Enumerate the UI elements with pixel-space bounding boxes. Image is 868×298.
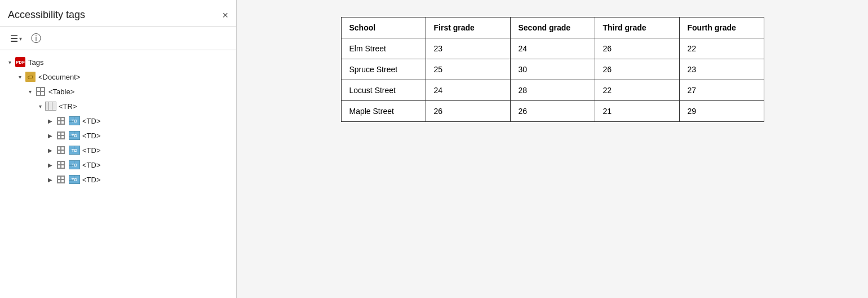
td-grid-icon-5 (55, 174, 67, 185)
panel-title: Accessibility tags (8, 9, 85, 21)
table-icon (35, 86, 46, 97)
cell-2-0: Locust Street (341, 80, 426, 101)
toggle-tags[interactable]: ▾ (5, 57, 15, 67)
tags-label: Tags (28, 58, 43, 67)
table-header-row: School First grade Second grade Third gr… (341, 17, 764, 38)
cell-3-4: 29 (679, 101, 764, 122)
td-icon-3: TD (69, 144, 80, 156)
list-dropdown-button[interactable]: ☰ ▾ (8, 32, 24, 45)
toggle-td-4[interactable]: ▶ (45, 160, 55, 170)
table-row: Locust Street24282227 (341, 80, 764, 101)
toggle-td-2[interactable]: ▶ (45, 130, 55, 141)
data-table: School First grade Second grade Third gr… (341, 17, 764, 122)
toggle-table[interactable]: ▾ (25, 86, 35, 97)
td-grid-icon-2 (55, 130, 67, 141)
td-5-label: <TD> (82, 176, 101, 184)
td-4-label: <TD> (82, 161, 101, 169)
pdf-icon: PDF (15, 56, 26, 68)
tree-item-document[interactable]: ▾ 🏷 <Document> (0, 69, 236, 84)
cell-1-1: 25 (426, 59, 510, 80)
cell-0-0: Elm Street (341, 38, 426, 59)
td-grid-icon-3 (55, 144, 67, 156)
col-header-second-grade: Second grade (510, 17, 595, 38)
cell-3-3: 21 (595, 101, 679, 122)
td-icon-5: TD (69, 174, 80, 185)
table-label: <Table> (48, 87, 74, 96)
toggle-tr[interactable]: ▾ (35, 101, 45, 111)
document-view: School First grade Second grade Third gr… (237, 0, 868, 298)
tr-icon (45, 100, 56, 112)
cell-2-3: 22 (595, 80, 679, 101)
table-row: Spruce Street25302623 (341, 59, 764, 80)
info-button[interactable]: ⓘ (31, 32, 41, 45)
tree-item-td-1[interactable]: ▶ TD <TD> (0, 113, 236, 128)
tree-item-td-3[interactable]: ▶ TD <TD> (0, 143, 236, 157)
document-label: <Document> (38, 73, 80, 81)
panel-header: Accessibility tags × (0, 0, 236, 27)
tree-item-td-4[interactable]: ▶ TD <TD> (0, 157, 236, 172)
td-icon-4: TD (69, 159, 80, 170)
td-grid-icon-1 (55, 115, 67, 126)
tr-label: <TR> (59, 102, 77, 111)
tree-item-tr[interactable]: ▾ <TR> (0, 99, 236, 113)
cell-1-4: 23 (679, 59, 764, 80)
table-row: Maple Street26262129 (341, 101, 764, 122)
panel-toolbar: ☰ ▾ ⓘ (0, 27, 236, 50)
td-grid-icon-4 (55, 159, 67, 170)
table-row: Elm Street23242622 (341, 38, 764, 59)
cell-3-0: Maple Street (341, 101, 426, 122)
tree-item-table[interactable]: ▾ <Table> (0, 84, 236, 99)
col-header-third-grade: Third grade (595, 17, 679, 38)
cell-0-2: 24 (510, 38, 595, 59)
tree-item-td-5[interactable]: ▶ TD <TD> (0, 172, 236, 187)
cell-0-1: 23 (426, 38, 510, 59)
accessibility-panel: Accessibility tags × ☰ ▾ ⓘ ▾ PDF Tags ▾ … (0, 0, 237, 298)
toggle-td-5[interactable]: ▶ (45, 174, 55, 185)
cell-0-3: 26 (595, 38, 679, 59)
toggle-td-3[interactable]: ▶ (45, 145, 55, 155)
cell-1-2: 30 (510, 59, 595, 80)
cell-2-2: 28 (510, 80, 595, 101)
tree-item-tags[interactable]: ▾ PDF Tags (0, 55, 236, 69)
col-header-fourth-grade: Fourth grade (679, 17, 764, 38)
cell-3-2: 26 (510, 101, 595, 122)
td-1-label: <TD> (82, 117, 101, 125)
td-3-label: <TD> (82, 146, 101, 155)
toggle-td-1[interactable]: ▶ (45, 116, 55, 126)
cell-3-1: 26 (426, 101, 510, 122)
cell-1-0: Spruce Street (341, 59, 426, 80)
document-icon: 🏷 (25, 71, 36, 82)
toggle-document[interactable]: ▾ (15, 72, 25, 82)
col-header-first-grade: First grade (426, 17, 510, 38)
td-2-label: <TD> (82, 132, 101, 140)
cell-2-4: 27 (679, 80, 764, 101)
info-icon: ⓘ (31, 33, 41, 44)
tree-item-td-2[interactable]: ▶ TD <TD> (0, 128, 236, 143)
close-button[interactable]: × (222, 10, 228, 20)
td-icon-1: TD (69, 115, 80, 126)
tag-tree: ▾ PDF Tags ▾ 🏷 <Document> ▾ <Table> (0, 50, 236, 298)
cell-2-1: 24 (426, 80, 510, 101)
td-icon-2: TD (69, 130, 80, 141)
dropdown-arrow-icon: ▾ (19, 36, 22, 42)
list-icon: ☰ (10, 33, 18, 44)
cell-0-4: 22 (679, 38, 764, 59)
cell-1-3: 26 (595, 59, 679, 80)
col-header-school: School (341, 17, 426, 38)
